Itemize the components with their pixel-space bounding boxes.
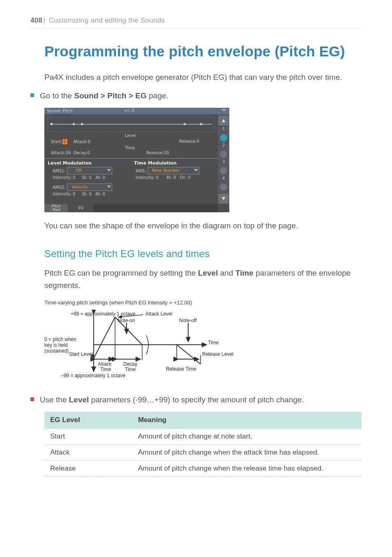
bullet-square-icon — [30, 397, 34, 401]
sub-heading: Setting the Pitch EG levels and times — [44, 248, 362, 260]
decay-time[interactable]: Decay:0 — [73, 151, 90, 155]
menu-caret-icon[interactable] — [221, 109, 227, 113]
ams1-dropdown[interactable]: Off — [67, 167, 112, 174]
release-level[interactable]: Release:0 — [179, 139, 199, 144]
pitch-eg-diagram: Time-varying pitch settings (when Pitch … — [44, 299, 274, 384]
release-time[interactable]: Release:20 — [146, 151, 169, 155]
sub-body: Pitch EG can be programmed by setting th… — [44, 267, 362, 291]
chevron-down-icon — [107, 169, 111, 172]
svg-text:Release Time: Release Time — [166, 366, 196, 372]
tab-eg[interactable]: EG — [69, 204, 93, 212]
table-row: Start Amount of pitch change at note sta… — [44, 428, 362, 444]
osc-3[interactable] — [220, 167, 227, 174]
table-row: Release Amount of pitch change when the … — [44, 460, 362, 476]
svg-text:AttackTime: AttackTime — [98, 361, 112, 372]
osc-1[interactable] — [220, 134, 227, 142]
scroll-down-button[interactable]: ▼ — [219, 194, 228, 203]
oscillator-selector: ▲ 1 2 3 4 ▼ — [218, 114, 229, 204]
window-titlebar: Sound: Pitch ♭/♯: 0 — [44, 108, 229, 114]
window-title: Sound: Pitch — [47, 109, 72, 113]
intro-paragraph: Pa4X includes a pitch envelope generator… — [44, 71, 362, 83]
svg-text:Release Level: Release Level — [202, 351, 233, 357]
svg-text:Note-off: Note-off — [179, 318, 197, 323]
svg-text:+99 = approximately 1 octave: +99 = approximately 1 octave — [71, 311, 136, 317]
level-bullet: Use the Level parameters (-99…+99) to sp… — [30, 394, 362, 406]
svg-text:–99 = approximately 1 octave: –99 = approximately 1 octave — [61, 373, 125, 378]
running-header: 408| Customizing and editing the Sounds — [30, 16, 362, 28]
eg-svg: +99 = approximately 1 octave Attack Leve… — [44, 310, 274, 384]
svg-text:Attack Level: Attack Level — [145, 311, 172, 317]
start-value[interactable]: 0 — [62, 139, 67, 144]
th-eg-level: EG Level — [44, 412, 132, 429]
page-number: 408 — [30, 16, 42, 24]
svg-text:Time: Time — [208, 340, 219, 346]
time-ams-dropdown[interactable]: Note Number — [148, 167, 199, 174]
time-heading: Time — [125, 146, 135, 150]
section-title: Customizing and editing the Sounds — [49, 16, 165, 24]
nav-instruction: Go to the Sound > Pitch > EG page. — [30, 90, 362, 102]
level-heading: Level — [125, 133, 136, 138]
scroll-up-button[interactable]: ▲ — [219, 116, 228, 125]
tab-pitch-mod[interactable]: Pitch Mod — [44, 204, 68, 212]
envelope-display — [48, 117, 214, 132]
ams2-dropdown[interactable]: Velocity — [67, 183, 112, 191]
osc-2[interactable] — [220, 151, 227, 158]
bottom-tabs: Pitch Mod EG — [44, 204, 218, 212]
attack-level[interactable]: Attack:0 — [73, 139, 90, 144]
page-title: Programming the pitch envelope (Pitch EG… — [30, 43, 362, 60]
level-mod-heading: Level Modulation — [48, 160, 92, 166]
attack-time[interactable]: Attack:39 — [51, 151, 71, 155]
after-shot-text: You can see the shape of the envelope in… — [44, 220, 362, 232]
svg-text:Start Level: Start Level — [69, 351, 92, 357]
time-mod-heading: Time Modulation — [134, 160, 177, 166]
bullet-square-icon — [30, 93, 34, 97]
nav-path: Sound > Pitch > EG — [74, 91, 146, 100]
svg-text:Note-on: Note-on — [118, 318, 135, 323]
eg-level-table: EG Level Meaning Start Amount of pitch c… — [44, 412, 362, 477]
transpose-indicator: ♭/♯: 0 — [124, 108, 134, 113]
screenshot-pitch-eg: Sound: Pitch ♭/♯: 0 Level Start:0 Attack… — [44, 108, 229, 212]
svg-text:DecayTime: DecayTime — [123, 361, 137, 372]
osc-4[interactable] — [220, 183, 227, 191]
table-row: Attack Amount of pitch change when the a… — [44, 444, 362, 460]
chevron-down-icon — [194, 169, 198, 172]
th-meaning: Meaning — [132, 412, 362, 429]
chevron-down-icon — [107, 186, 111, 188]
